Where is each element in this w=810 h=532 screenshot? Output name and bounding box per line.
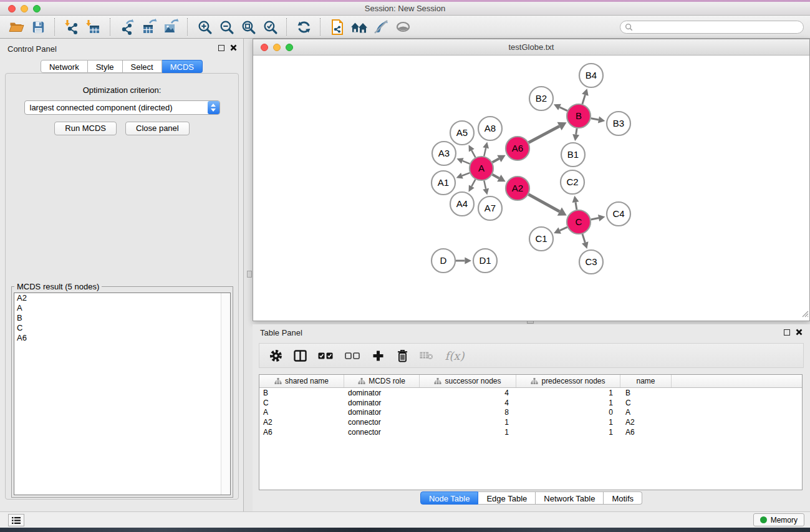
graph-node-B1[interactable]: B1: [561, 143, 585, 167]
select-all-rows-button[interactable]: [317, 348, 334, 363]
table-tab-node-table[interactable]: Node Table: [420, 491, 479, 505]
split-table-button[interactable]: [293, 348, 307, 363]
graph-node-label: B2: [536, 93, 547, 104]
column-header-shared-name[interactable]: shared name: [259, 375, 344, 387]
tab-style[interactable]: Style: [88, 60, 123, 73]
graph-node-A8[interactable]: A8: [478, 117, 502, 140]
export-image-button[interactable]: [161, 17, 181, 37]
network-canvas[interactable]: AA1A2A3A4A5A6A7A8BB1B2B3B4CC1C2C3C4DD1: [253, 56, 809, 321]
graph-node-A[interactable]: A: [470, 157, 493, 180]
column-header-name[interactable]: name: [620, 375, 672, 387]
deselect-all-rows-button[interactable]: [344, 348, 360, 363]
graph-node-A4[interactable]: A4: [450, 192, 474, 216]
graph-node-C3[interactable]: C3: [579, 250, 603, 274]
table-row[interactable]: A6connector11A6: [259, 427, 802, 437]
graph-node-C[interactable]: C: [567, 210, 591, 234]
delete-table-button[interactable]: [420, 348, 433, 363]
graph-node-C2[interactable]: C2: [561, 170, 584, 194]
tab-select[interactable]: Select: [123, 60, 162, 73]
show-graphics-details-button[interactable]: [393, 17, 413, 37]
toolbar-separator: [54, 18, 55, 36]
graph-node-A7[interactable]: A7: [478, 196, 502, 220]
delete-columns-button[interactable]: [395, 348, 409, 363]
float-table-panel-icon[interactable]: [784, 329, 790, 336]
scrollbar-track[interactable]: [221, 293, 230, 495]
brush-slash-icon: [373, 19, 389, 35]
optimization-criterion-select[interactable]: largest connected component (directed): [24, 100, 220, 115]
zoom-out-button[interactable]: [216, 17, 236, 37]
tab-mcds[interactable]: MCDS: [162, 60, 203, 73]
table-tab-network-table[interactable]: Network Table: [536, 491, 604, 505]
table-tab-edge-table[interactable]: Edge Table: [478, 491, 536, 505]
memory-button[interactable]: Memory: [753, 513, 804, 526]
minimize-window-button[interactable]: [21, 5, 28, 12]
mcds-result-item[interactable]: A6: [14, 333, 230, 343]
graph-node-A2[interactable]: A2: [506, 177, 529, 200]
search-box[interactable]: [620, 21, 804, 34]
close-network-button[interactable]: [261, 44, 268, 51]
refresh-icon: [296, 19, 312, 35]
minimize-network-button[interactable]: [273, 44, 281, 51]
table-tab-motifs[interactable]: Motifs: [604, 491, 642, 505]
graph-node-C4[interactable]: C4: [607, 202, 630, 226]
table-row[interactable]: Cdominator41C: [259, 398, 802, 408]
column-header-successor-nodes[interactable]: successor nodes: [420, 375, 516, 387]
hide-graphics-details-button[interactable]: [371, 17, 391, 37]
table-settings-button[interactable]: [269, 348, 282, 363]
graph-node-B[interactable]: B: [567, 104, 591, 128]
graph-node-B4[interactable]: B4: [579, 64, 603, 87]
export-network-button[interactable]: [117, 17, 137, 37]
export-table-button[interactable]: [139, 17, 159, 37]
graph-node-A5[interactable]: A5: [450, 121, 474, 145]
close-window-button[interactable]: [8, 5, 16, 12]
graph-node-label: C2: [566, 177, 578, 187]
import-table-button[interactable]: [84, 17, 104, 37]
close-panel-button[interactable]: Close panel: [125, 122, 190, 135]
zoom-in-button[interactable]: [195, 17, 215, 37]
graph-node-C1[interactable]: C1: [529, 227, 553, 251]
float-panel-icon[interactable]: [218, 45, 224, 51]
table-cell: 0: [516, 408, 620, 417]
fit-content-button[interactable]: [238, 17, 258, 37]
table-row[interactable]: A2connector11A2: [259, 417, 802, 427]
apply-function-button[interactable]: f(x): [444, 348, 465, 363]
close-table-panel-icon[interactable]: [796, 329, 803, 336]
graph-node-B3[interactable]: B3: [607, 112, 630, 135]
column-header-mcds-role[interactable]: MCDS role: [344, 375, 420, 387]
table-row[interactable]: Bdominator41B: [259, 388, 802, 398]
graph-node-label: C: [576, 216, 582, 227]
mcds-result-item[interactable]: B: [14, 313, 230, 323]
zoom-selected-button[interactable]: [260, 17, 280, 37]
add-column-button[interactable]: [371, 348, 385, 363]
graph-node-D[interactable]: D: [432, 249, 455, 273]
column-type-icon: [358, 378, 365, 385]
graph-node-A6[interactable]: A6: [506, 137, 529, 160]
search-input[interactable]: [635, 22, 799, 32]
graph-node-A3[interactable]: A3: [432, 142, 456, 165]
home-button[interactable]: [349, 17, 369, 37]
close-panel-icon[interactable]: [230, 44, 237, 51]
run-mcds-button[interactable]: Run MCDS: [54, 122, 117, 135]
save-session-button[interactable]: [28, 17, 48, 37]
mcds-result-list[interactable]: A2ABCA6: [14, 293, 231, 495]
table-row[interactable]: Adominator80A: [259, 407, 802, 417]
graph-node-B2[interactable]: B2: [529, 87, 553, 110]
refresh-button[interactable]: [294, 17, 314, 37]
resize-grip-icon[interactable]: [801, 309, 809, 320]
tab-network[interactable]: Network: [41, 60, 88, 73]
vertical-divider-grip[interactable]: [247, 271, 252, 278]
mcds-result-item[interactable]: A2: [14, 293, 230, 303]
graph-node-A1[interactable]: A1: [432, 171, 455, 195]
graph-node-D1[interactable]: D1: [473, 249, 497, 273]
new-network-from-selection-button[interactable]: [327, 17, 347, 37]
zoom-window-button[interactable]: [33, 5, 41, 12]
zoom-network-button[interactable]: [286, 44, 293, 51]
mcds-result-item[interactable]: A: [14, 303, 230, 313]
import-network-button[interactable]: [62, 17, 82, 37]
zoom-selected-icon: [263, 19, 278, 35]
column-header-filler: [672, 375, 802, 387]
column-header-predecessor-nodes[interactable]: predecessor nodes: [516, 375, 620, 387]
task-history-button[interactable]: [8, 514, 24, 526]
open-session-button[interactable]: [6, 17, 26, 37]
mcds-result-item[interactable]: C: [14, 323, 230, 333]
